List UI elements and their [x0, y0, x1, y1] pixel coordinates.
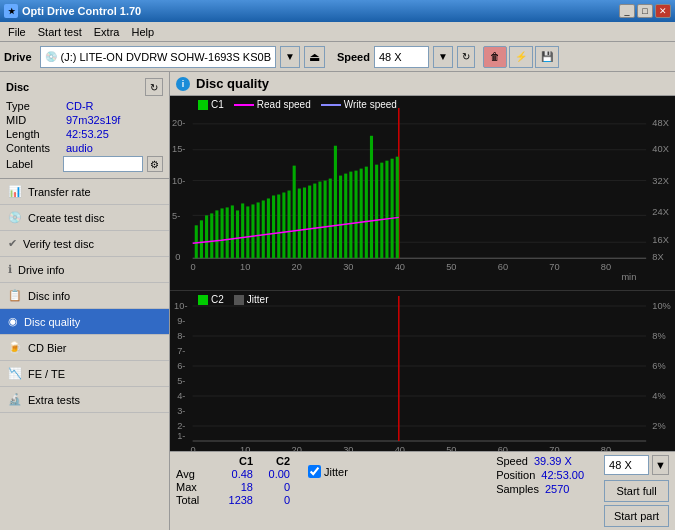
- disc-mid-label: MID: [6, 114, 66, 126]
- action-btn-2[interactable]: ⚡: [509, 46, 533, 68]
- svg-text:50: 50: [446, 262, 456, 272]
- svg-rect-38: [236, 210, 239, 258]
- svg-text:70: 70: [549, 262, 559, 272]
- svg-text:30: 30: [343, 445, 353, 451]
- svg-rect-45: [272, 195, 275, 258]
- speed-select-display[interactable]: 48 X: [604, 455, 649, 475]
- disc-length-label: Length: [6, 128, 66, 140]
- svg-rect-40: [246, 206, 249, 258]
- start-full-button[interactable]: Start full: [604, 480, 669, 502]
- jitter-checkbox[interactable]: [308, 465, 321, 478]
- nav-drive-info[interactable]: ℹ Drive info: [0, 257, 169, 283]
- avg-c1: 0.48: [218, 468, 253, 480]
- nav-disc-quality[interactable]: ◉ Disc quality: [0, 309, 169, 335]
- disc-refresh-btn[interactable]: ↻: [145, 78, 163, 96]
- action-buttons: 48 X ▼ Start full Start part: [604, 455, 669, 527]
- cd-bier-icon: 🍺: [8, 341, 22, 354]
- charts-area: C1 Read speed Write speed 20-: [170, 96, 675, 451]
- legend-jitter-color: [234, 295, 244, 305]
- top-chart-legend: C1 Read speed Write speed: [198, 99, 397, 110]
- menu-start-test[interactable]: Start test: [32, 24, 88, 40]
- svg-text:10-: 10-: [172, 176, 185, 186]
- jitter-label: Jitter: [324, 466, 348, 478]
- action-btn-3[interactable]: 💾: [535, 46, 559, 68]
- start-part-button[interactable]: Start part: [604, 505, 669, 527]
- svg-rect-30: [195, 225, 198, 258]
- maximize-button[interactable]: □: [637, 4, 653, 18]
- svg-rect-33: [210, 213, 213, 258]
- svg-text:15-: 15-: [172, 144, 185, 154]
- svg-rect-43: [262, 200, 265, 258]
- minimize-button[interactable]: _: [619, 4, 635, 18]
- svg-text:4-: 4-: [177, 391, 185, 401]
- legend-c1: C1: [198, 99, 224, 110]
- disc-label-label: Label: [6, 158, 59, 170]
- svg-rect-50: [298, 189, 301, 259]
- svg-text:9-: 9-: [177, 316, 185, 326]
- disc-section: Disc ↻ Type CD-R MID 97m32s19f Length 42…: [0, 72, 169, 179]
- svg-rect-35: [221, 208, 224, 258]
- menu-extra[interactable]: Extra: [88, 24, 126, 40]
- disc-section-title: Disc: [6, 81, 29, 93]
- svg-text:60: 60: [498, 445, 508, 451]
- drive-dropdown-btn[interactable]: ▼: [280, 46, 300, 68]
- action-btn-1[interactable]: 🗑: [483, 46, 507, 68]
- stats-max-row: Max 18 0: [176, 481, 290, 493]
- disc-contents-label: Contents: [6, 142, 66, 154]
- svg-rect-51: [303, 188, 306, 259]
- legend-c2: C2: [198, 294, 224, 305]
- top-chart: C1 Read speed Write speed 20-: [170, 96, 675, 291]
- nav-disc-info-label: Disc info: [28, 290, 70, 302]
- speed-position-samples: Speed 39.39 X Position 42:53.00 Samples …: [496, 455, 584, 495]
- disc-label-gear-btn[interactable]: ⚙: [147, 156, 163, 172]
- disc-info-icon: 📋: [8, 289, 22, 302]
- speed-select-value: 48 X: [609, 459, 632, 471]
- drive-info-icon: ℹ: [8, 263, 12, 276]
- stats-content: C1 C2 Avg 0.48 0.00 Max 18 0 Total: [176, 455, 669, 527]
- svg-rect-62: [360, 169, 363, 259]
- nav-verify-test-disc[interactable]: ✔ Verify test disc: [0, 231, 169, 257]
- svg-rect-34: [215, 210, 218, 258]
- refresh-btn[interactable]: ↻: [457, 46, 475, 68]
- svg-text:20-: 20-: [172, 118, 185, 128]
- nav-create-test-disc[interactable]: 💿 Create test disc: [0, 205, 169, 231]
- title-bar: ★ Opti Drive Control 1.70 _ □ ✕: [0, 0, 675, 22]
- speed-label: Speed: [337, 51, 370, 63]
- svg-rect-54: [318, 182, 321, 259]
- svg-text:8%: 8%: [652, 331, 665, 341]
- svg-text:40: 40: [395, 445, 405, 451]
- nav-extra-tests-label: Extra tests: [28, 394, 80, 406]
- nav-transfer-rate[interactable]: 📊 Transfer rate: [0, 179, 169, 205]
- close-button[interactable]: ✕: [655, 4, 671, 18]
- nav-fe-te[interactable]: 📉 FE / TE: [0, 361, 169, 387]
- nav-extra-tests[interactable]: 🔬 Extra tests: [0, 387, 169, 413]
- svg-text:8X: 8X: [652, 252, 663, 262]
- disc-label-input[interactable]: [63, 156, 143, 172]
- svg-rect-68: [391, 159, 394, 258]
- svg-text:32X: 32X: [652, 176, 669, 186]
- drive-eject-btn[interactable]: ⏏: [304, 46, 325, 68]
- svg-text:0: 0: [191, 445, 196, 451]
- legend-c1-color: [198, 100, 208, 110]
- drive-name: (J:) LITE-ON DVDRW SOHW-1693S KS0B: [61, 51, 271, 63]
- svg-rect-69: [396, 157, 399, 258]
- disc-type-label: Type: [6, 100, 66, 112]
- speed-select-dropdown[interactable]: ▼: [652, 455, 669, 475]
- svg-rect-42: [257, 202, 260, 258]
- speed-dropdown-btn[interactable]: ▼: [433, 46, 453, 68]
- avg-label: Avg: [176, 468, 216, 480]
- legend-jitter: Jitter: [234, 294, 269, 305]
- svg-rect-64: [370, 136, 373, 258]
- position-label: Position: [496, 469, 535, 481]
- svg-rect-46: [277, 194, 280, 258]
- nav-disc-info[interactable]: 📋 Disc info: [0, 283, 169, 309]
- menu-file[interactable]: File: [2, 24, 32, 40]
- main-area: Disc ↻ Type CD-R MID 97m32s19f Length 42…: [0, 72, 675, 530]
- stats-right: Speed 39.39 X Position 42:53.00 Samples …: [496, 455, 669, 527]
- svg-text:10-: 10-: [174, 301, 187, 311]
- position-row: Position 42:53.00: [496, 469, 584, 481]
- nav-cd-bier[interactable]: 🍺 CD Bier: [0, 335, 169, 361]
- menu-help[interactable]: Help: [125, 24, 160, 40]
- svg-rect-56: [329, 179, 332, 259]
- svg-rect-47: [282, 193, 285, 259]
